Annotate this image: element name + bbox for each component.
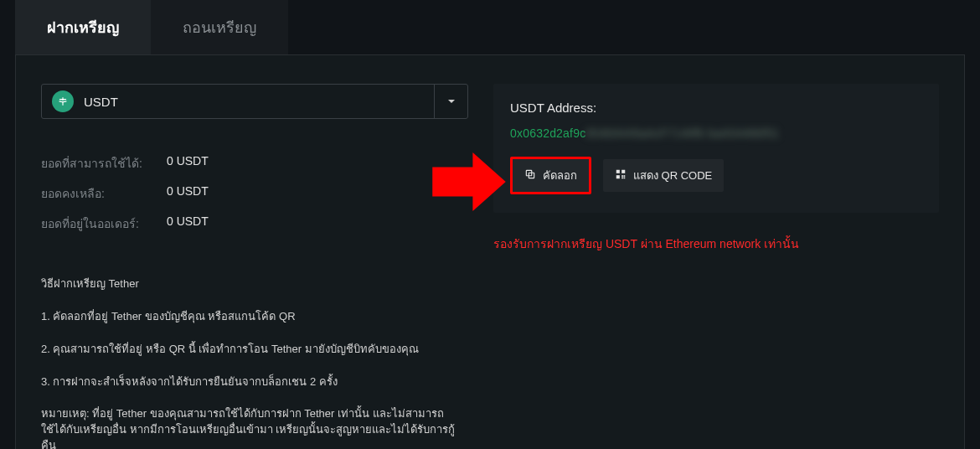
tab-deposit[interactable]: ฝากเหรียญ [15,0,151,54]
svg-rect-4 [622,170,625,173]
svg-rect-9 [622,178,623,179]
tether-icon [52,90,74,112]
svg-rect-7 [624,178,626,179]
balance-available-label: ยอดที่สามารถใช้ได้: [41,154,167,173]
currency-caret[interactable] [434,85,467,118]
chevron-down-icon [447,95,456,108]
balance-remaining-row: ยอดคงเหลือ: 0 USDT [41,184,468,203]
balance-remaining-label: ยอดคงเหลือ: [41,184,167,203]
address-value: 0x0632d2af9c654b9449aAcF7146fb baA5446bf… [510,126,922,140]
balance-available-row: ยอดที่สามารถใช้ได้: 0 USDT [41,154,468,173]
left-column: USDT ยอดที่สามารถใช้ได้: 0 USDT ยอดคงเหล… [41,84,468,449]
instructions-step1: 1. คัดลอกที่อยู่ Tether ของบัญชีคุณ หรือ… [41,309,468,325]
currency-select[interactable]: USDT [41,84,468,119]
svg-rect-3 [616,170,620,173]
address-buttons: คัดลอก แสดง QR CODE [510,157,922,194]
copy-button-label: คัดลอก [543,167,577,184]
instructions-step3: 3. การฝากจะสำเร็จหลังจากได้รับการยืนยันจ… [41,374,468,390]
currency-symbol: USDT [84,95,118,109]
qr-icon [615,168,627,183]
address-visible-part: 0x0632d2af9c [510,126,585,140]
show-qr-button[interactable]: แสดง QR CODE [603,159,724,192]
balance-in-order-value: 0 USDT [167,214,209,233]
balance-in-order-row: ยอดที่อยู่ในออเดอร์: 0 USDT [41,214,468,233]
deposit-page: ฝากเหรียญ ถอนเหรียญ USDT ยอดที่ [0,0,980,449]
instructions-step2: 2. คุณสามารถใช้ที่อยู่ หรือ QR นี้ เพื่อ… [41,342,468,358]
balance-in-order-label: ยอดที่อยู่ในออเดอร์: [41,214,167,233]
show-qr-button-label: แสดง QR CODE [633,167,712,184]
address-hidden-part: 654b9449aAcF7146fb baA5446bf51 [585,126,779,140]
balance-available-value: 0 USDT [167,154,209,173]
address-label: USDT Address: [510,101,922,115]
copy-button[interactable]: คัดลอก [510,157,591,194]
balance-remaining-value: 0 USDT [167,184,209,203]
copy-icon [524,168,536,183]
tab-withdraw[interactable]: ถอนเหรียญ [151,0,288,54]
network-warning: รองรับการฝากเหรียญ USDT ผ่าน Ethereum ne… [493,235,939,253]
instructions-title: วิธีฝากเหรียญ Tether [41,276,468,292]
svg-rect-5 [616,175,620,178]
right-column: USDT Address: 0x0632d2af9c654b9449aAcF71… [493,84,939,449]
instructions-note: หมายเหตุ: ที่อยู่ Tether ของคุณสามารถใช้… [41,406,468,449]
svg-rect-6 [622,175,623,177]
instructions: วิธีฝากเหรียญ Tether 1. คัดลอกที่อยู่ Te… [41,276,468,449]
address-card: USDT Address: 0x0632d2af9c654b9449aAcF71… [493,84,939,213]
content: USDT ยอดที่สามารถใช้ได้: 0 USDT ยอดคงเหล… [15,55,965,449]
currency-select-main[interactable]: USDT [42,85,434,118]
tabs: ฝากเหรียญ ถอนเหรียญ [15,0,965,55]
svg-rect-8 [624,175,626,177]
